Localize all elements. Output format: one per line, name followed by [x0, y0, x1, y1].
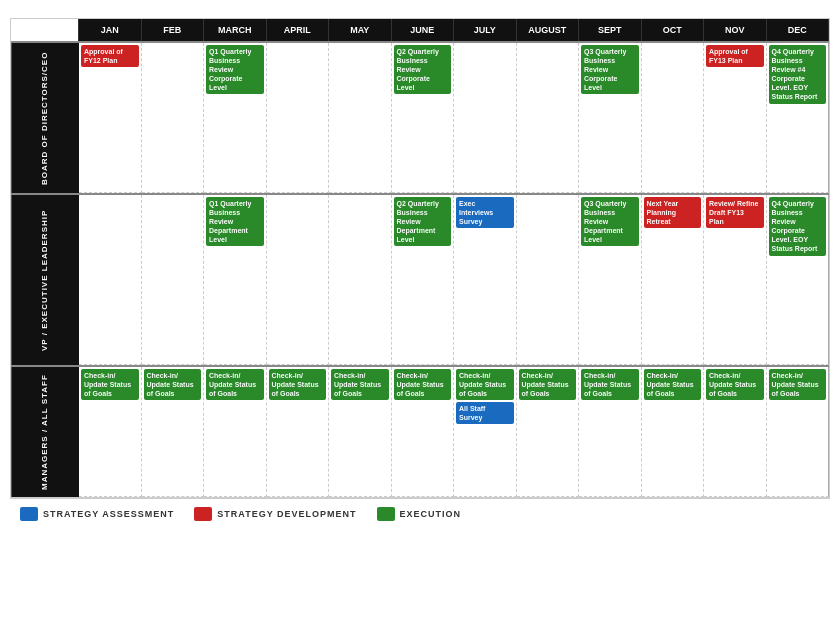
section-row-0: BOARD OF DIRECTORS/CEOApproval of FY12 P… — [11, 41, 829, 193]
calendar-event: Check-in/ Update Status of Goals — [144, 369, 202, 400]
cell-2-4: Check-in/ Update Status of Goals — [329, 367, 392, 497]
header-month-jan: JAN — [79, 19, 142, 41]
legend-box-green — [377, 507, 395, 521]
row-label-1: VP / EXECUTIVE LEADERSHIP — [11, 195, 79, 365]
section-row-2: MANAGERS / ALL STAFFCheck-in/ Update Sta… — [11, 365, 829, 497]
cell-0-10: Approval of FY13 Plan — [704, 43, 767, 193]
header-month-nov: NOV — [704, 19, 767, 41]
calendar-event: Q1 Quarterly Business Review Corporate L… — [206, 45, 264, 94]
cell-0-3 — [267, 43, 330, 193]
cell-0-6 — [454, 43, 517, 193]
legend-item-green: EXECUTION — [377, 507, 462, 521]
cell-1-1 — [142, 195, 205, 365]
legend-label-blue: STRATEGY ASSESSMENT — [43, 509, 174, 519]
calendar-event: Q2 Quarterly Business Review Department … — [394, 197, 452, 246]
row-content-1: Q1 Quarterly Business Review Department … — [79, 195, 829, 365]
row-label-2: MANAGERS / ALL STAFF — [11, 367, 79, 497]
corner-cell — [11, 19, 79, 41]
cell-1-2: Q1 Quarterly Business Review Department … — [204, 195, 267, 365]
calendar-event: Check-in/ Update Status of Goals — [581, 369, 639, 400]
header-month-sept: SEPT — [579, 19, 642, 41]
legend-box-blue — [20, 507, 38, 521]
row-content-2: Check-in/ Update Status of GoalsCheck-in… — [79, 367, 829, 497]
header-month-may: MAY — [329, 19, 392, 41]
calendar-event: Approval of FY12 Plan — [81, 45, 139, 67]
header-month-july: JULY — [454, 19, 517, 41]
cell-2-8: Check-in/ Update Status of Goals — [579, 367, 642, 497]
header-month-dec: DEC — [767, 19, 830, 41]
legend-item-red: STRATEGY DEVELOPMENT — [194, 507, 356, 521]
cell-0-4 — [329, 43, 392, 193]
header-month-feb: FEB — [142, 19, 205, 41]
header-month-oct: OCT — [642, 19, 705, 41]
cell-0-2: Q1 Quarterly Business Review Corporate L… — [204, 43, 267, 193]
calendar-event: Q1 Quarterly Business Review Department … — [206, 197, 264, 246]
calendar-event: Q2 Quarterly Business Review Corporate L… — [394, 45, 452, 94]
legend-label-red: STRATEGY DEVELOPMENT — [217, 509, 356, 519]
calendar-event: All Staff Survey — [456, 402, 514, 424]
calendar-event: Check-in/ Update Status of Goals — [394, 369, 452, 400]
cell-0-11: Q4 Quarterly Business Review #4 Corporat… — [767, 43, 830, 193]
cell-1-6: Exec Interviews Survey — [454, 195, 517, 365]
calendar-event: Check-in/ Update Status of Goals — [269, 369, 327, 400]
cell-1-8: Q3 Quarterly Business Review Department … — [579, 195, 642, 365]
cell-0-7 — [517, 43, 580, 193]
header-month-april: APRIL — [267, 19, 330, 41]
row-label-0: BOARD OF DIRECTORS/CEO — [11, 43, 79, 193]
calendar-event: Check-in/ Update Status of Goals — [456, 369, 514, 400]
calendar-event: Review/ Refine Draft FY13 Plan — [706, 197, 764, 228]
cell-2-0: Check-in/ Update Status of Goals — [79, 367, 142, 497]
cell-1-10: Review/ Refine Draft FY13 Plan — [704, 195, 767, 365]
calendar-event: Check-in/ Update Status of Goals — [519, 369, 577, 400]
calendar-event: Q4 Quarterly Business Review Corporate L… — [769, 197, 827, 256]
calendar-event: Q3 Quarterly Business Review Corporate L… — [581, 45, 639, 94]
calendar-event: Check-in/ Update Status of Goals — [644, 369, 702, 400]
cell-0-5: Q2 Quarterly Business Review Corporate L… — [392, 43, 455, 193]
cell-2-11: Check-in/ Update Status of Goals — [767, 367, 830, 497]
row-content-0: Approval of FY12 PlanQ1 Quarterly Busine… — [79, 43, 829, 193]
header-month-march: MARCH — [204, 19, 267, 41]
section-row-1: VP / EXECUTIVE LEADERSHIPQ1 Quarterly Bu… — [11, 193, 829, 365]
cell-1-4 — [329, 195, 392, 365]
legend-label-green: EXECUTION — [400, 509, 462, 519]
cell-0-8: Q3 Quarterly Business Review Corporate L… — [579, 43, 642, 193]
calendar-event: Q4 Quarterly Business Review #4 Corporat… — [769, 45, 827, 104]
cell-1-7 — [517, 195, 580, 365]
cell-0-0: Approval of FY12 Plan — [79, 43, 142, 193]
cell-2-2: Check-in/ Update Status of Goals — [204, 367, 267, 497]
cell-1-3 — [267, 195, 330, 365]
calendar-event: Check-in/ Update Status of Goals — [769, 369, 827, 400]
legend-bar: STRATEGY ASSESSMENTSTRATEGY DEVELOPMENTE… — [10, 498, 830, 529]
month-header-row: JANFEBMARCHAPRILMAYJUNEJULYAUGUSTSEPTOCT… — [11, 19, 829, 41]
cell-2-5: Check-in/ Update Status of Goals — [392, 367, 455, 497]
main-container: JANFEBMARCHAPRILMAYJUNEJULYAUGUSTSEPTOCT… — [0, 0, 840, 640]
calendar-body: BOARD OF DIRECTORS/CEOApproval of FY12 P… — [11, 41, 829, 497]
cell-0-1 — [142, 43, 205, 193]
calendar-event: Exec Interviews Survey — [456, 197, 514, 228]
cell-2-7: Check-in/ Update Status of Goals — [517, 367, 580, 497]
legend-box-red — [194, 507, 212, 521]
legend-item-blue: STRATEGY ASSESSMENT — [20, 507, 174, 521]
cell-2-10: Check-in/ Update Status of Goals — [704, 367, 767, 497]
cell-2-6: Check-in/ Update Status of GoalsAll Staf… — [454, 367, 517, 497]
cell-1-9: Next Year Planning Retreat — [642, 195, 705, 365]
calendar-event: Check-in/ Update Status of Goals — [706, 369, 764, 400]
header-month-june: JUNE — [392, 19, 455, 41]
calendar-event: Next Year Planning Retreat — [644, 197, 702, 228]
calendar-event: Check-in/ Update Status of Goals — [206, 369, 264, 400]
cell-2-1: Check-in/ Update Status of Goals — [142, 367, 205, 497]
calendar-event: Q3 Quarterly Business Review Department … — [581, 197, 639, 246]
calendar-event: Check-in/ Update Status of Goals — [331, 369, 389, 400]
cell-0-9 — [642, 43, 705, 193]
header-month-august: AUGUST — [517, 19, 580, 41]
calendar-event: Check-in/ Update Status of Goals — [81, 369, 139, 400]
cell-1-11: Q4 Quarterly Business Review Corporate L… — [767, 195, 830, 365]
cell-2-3: Check-in/ Update Status of Goals — [267, 367, 330, 497]
calendar-event: Approval of FY13 Plan — [706, 45, 764, 67]
cell-1-0 — [79, 195, 142, 365]
cell-2-9: Check-in/ Update Status of Goals — [642, 367, 705, 497]
calendar: JANFEBMARCHAPRILMAYJUNEJULYAUGUSTSEPTOCT… — [10, 18, 830, 498]
cell-1-5: Q2 Quarterly Business Review Department … — [392, 195, 455, 365]
